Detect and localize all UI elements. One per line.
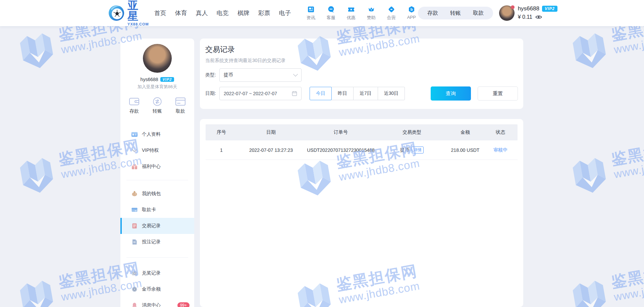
type-text: 提币 (400, 147, 410, 153)
menu-label: 消息中心 (142, 302, 161, 307)
watermark-logo-icon (13, 274, 60, 307)
page: 亚星 YX88.COM 首页 体育 真人 电竞 棋牌 彩票 电子 (0, 0, 644, 307)
nav-item-esports[interactable]: 电竞 (217, 9, 229, 17)
range-yesterday-button[interactable]: 昨日 (331, 87, 354, 100)
icon-nav-label: 赞助 (367, 15, 376, 21)
nav-item-live[interactable]: 真人 (196, 9, 208, 17)
username: hys6688 (141, 77, 158, 82)
watermark-logo-icon (566, 26, 613, 73)
sidebar-item-vip[interactable]: VIP特权 (120, 142, 194, 159)
eye-icon[interactable] (535, 13, 542, 21)
sidebar-item-bets[interactable]: 投注记录 (120, 234, 194, 250)
icon-nav-app[interactable]: b APP (405, 5, 418, 21)
sidebar-item-profile[interactable]: 个人资料 (120, 126, 194, 142)
icon-nav-label: 资讯 (307, 15, 315, 21)
page-title: 交易记录 (205, 45, 518, 55)
header-transfer-button[interactable]: 转账 (450, 10, 461, 17)
profile-section: hys6688 VIP2 加入亚星体育第86天 (120, 39, 194, 90)
quick-actions: 存款 转账 取款 (120, 97, 194, 114)
transfer-quick-action[interactable]: 转账 (152, 97, 163, 114)
crown-icon (367, 5, 375, 13)
app-icon: b (408, 5, 416, 13)
sidebar-item-prizes[interactable]: 兑奖记录 (120, 265, 194, 281)
sidebar-menu: 个人资料 VIP特权 福利中心 (120, 126, 194, 307)
watermark-site-name: 鉴黑担保网 (610, 137, 644, 168)
unread-count-badge: 99+ (177, 302, 190, 307)
detail-tag-button[interactable]: 详情 (412, 146, 424, 154)
menu-label: VIP特权 (142, 147, 159, 154)
wallet-icon (128, 97, 140, 107)
date-range-input[interactable]: 2022-07-07 ~ 2022-07-07 (219, 87, 302, 100)
piggy-bank-icon (131, 190, 138, 197)
site-logo[interactable]: 亚星 YX88.COM (108, 0, 150, 26)
sidebar-item-welfare[interactable]: 福利中心 (120, 159, 194, 175)
col-date: 日期 (237, 129, 305, 135)
type-select-value: 提币 (224, 72, 294, 78)
watermark-logo-icon (566, 151, 613, 198)
avatar[interactable] (499, 5, 515, 21)
menu-label: 金币余额 (142, 286, 161, 292)
type-select[interactable]: 提币 (219, 68, 302, 82)
col-no: 序号 (206, 129, 237, 135)
sidebar-item-withdraw-card[interactable]: 取款卡 (120, 202, 194, 218)
table-row: 1 2022-07-07 13:27:23 USDT20220707132723… (206, 140, 518, 160)
withdraw-quick-action[interactable]: 取款 (175, 97, 186, 114)
nav-item-chess[interactable]: 棋牌 (237, 9, 250, 17)
cell-status: 审核中 (483, 147, 518, 153)
date-label: 日期: (205, 90, 216, 97)
range-30days-button[interactable]: 近30日 (378, 87, 405, 100)
watermark-site-url: www.jhdb8.com (613, 29, 644, 56)
nav-item-home[interactable]: 首页 (154, 9, 166, 17)
header-withdraw-button[interactable]: 取款 (473, 10, 484, 17)
range-7days-button[interactable]: 近7日 (353, 87, 378, 100)
sidebar-item-transactions[interactable]: 交易记录 (120, 218, 194, 234)
avatar[interactable] (143, 44, 172, 73)
menu-divider (126, 257, 188, 258)
sidebar-item-messages[interactable]: 消息中心 99+ (120, 297, 194, 307)
user-block[interactable]: hys6688 VIP2 ¥ 0.11 (499, 5, 557, 21)
transaction-doc-icon (131, 223, 138, 229)
bet-record-icon (131, 239, 138, 245)
cell-date: 2022-07-07 13:27:23 (237, 147, 305, 153)
soccer-logo-icon (108, 4, 125, 22)
col-status: 状态 (483, 129, 518, 135)
icon-nav-label: APP (407, 15, 416, 20)
col-amount: 金额 (447, 129, 483, 135)
icon-nav-partner[interactable]: 合营 (385, 5, 398, 21)
gift-icon (131, 163, 138, 170)
icon-nav: 资讯 客服 优惠 (305, 5, 418, 21)
sidebar: hys6688 VIP2 加入亚星体育第86天 存款 转账 (120, 39, 194, 307)
notification-dot (511, 5, 515, 9)
brand-name: 亚星 (127, 0, 150, 21)
watermark-site-name: 鉴黑担保网 (610, 260, 644, 291)
quick-action-label: 取款 (176, 108, 185, 114)
header-deposit-button[interactable]: 存款 (427, 10, 438, 17)
chevron-down-icon (293, 72, 298, 76)
news-icon (307, 5, 315, 13)
menu-label: 福利中心 (142, 164, 161, 170)
reset-button[interactable]: 重置 (478, 86, 518, 101)
nav-item-sports[interactable]: 体育 (175, 9, 187, 17)
icon-nav-promo[interactable]: 优惠 (345, 5, 358, 21)
watermark-logo-icon (13, 26, 60, 73)
nav-item-slots[interactable]: 电子 (279, 9, 291, 17)
nav-item-lottery[interactable]: 彩票 (258, 9, 270, 17)
sidebar-item-coins[interactable]: 金币余额 (120, 281, 194, 297)
watermark: 鉴黑担保网 www.jhdb8.com (566, 136, 644, 198)
handshake-icon (387, 5, 395, 13)
col-type: 交易类型 (377, 129, 447, 135)
table-header: 序号 日期 订单号 交易类型 金额 状态 (206, 124, 518, 140)
date-range-value: 2022-07-07 ~ 2022-07-07 (224, 91, 292, 96)
deposit-quick-action[interactable]: 存款 (128, 97, 140, 114)
icon-nav-service[interactable]: 客服 (325, 5, 337, 21)
brand-domain: YX88.COM (127, 22, 150, 26)
type-label: 类型: (205, 72, 216, 78)
icon-nav-sponsor[interactable]: 赞助 (365, 5, 378, 21)
query-button[interactable]: 查询 (431, 86, 471, 101)
type-filter-row: 类型: 提币 (205, 68, 518, 82)
sidebar-item-wallet[interactable]: 我的钱包 (120, 186, 194, 202)
icon-nav-news[interactable]: 资讯 (305, 5, 317, 21)
quick-action-label: 存款 (129, 108, 139, 114)
range-today-button[interactable]: 今日 (310, 87, 332, 100)
icon-nav-label: 优惠 (347, 15, 356, 21)
